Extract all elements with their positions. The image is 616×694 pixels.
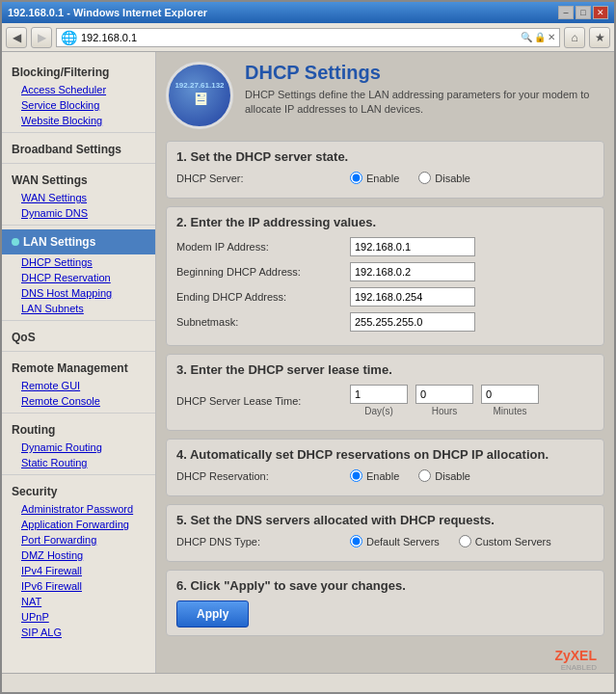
dhcp-reservation-label: DHCP Reservation: [176,470,350,482]
sidebar-item-service-blocking[interactable]: Service Blocking [2,97,155,113]
enable-radio[interactable] [350,172,362,184]
beginning-dhcp-row: Beginning DHCP Address: [176,262,594,281]
maximize-button[interactable]: □ [576,6,591,19]
ending-dhcp-label: Ending DHCP Address: [176,291,350,303]
lease-days-input[interactable] [350,385,408,404]
sidebar-item-ipv6-firewall[interactable]: IPv6 Firewall [2,578,155,594]
page-icon: 192.27.61.132 🖥 [166,62,233,129]
sidebar-item-dhcp-reservation[interactable]: DHCP Reservation [2,270,155,285]
sidebar-item-nat[interactable]: NAT [2,594,155,609]
sidebar-item-dmz-hosting[interactable]: DMZ Hosting [2,547,155,563]
title-bar: 192.168.0.1 - Windows Internet Explorer … [2,2,614,23]
sidebar-section-remote: Remote Management [2,356,155,378]
address-icons: 🔍 🔒 ✕ [521,32,555,42]
lease-hours-input[interactable] [415,385,473,404]
s4-disable-radio[interactable] [418,469,431,482]
sidebar-item-dynamic-dns[interactable]: Dynamic DNS [2,205,155,221]
section5-title: 5. Set the DNS servers allocated with DH… [176,513,594,527]
sidebar-item-website-blocking[interactable]: Website Blocking [2,113,155,128]
s4-enable-radio[interactable] [350,469,362,482]
sidebar-item-upnp[interactable]: UPnP [2,609,155,625]
sidebar-item-port-forwarding[interactable]: Port Forwarding [2,532,155,547]
beginning-dhcp-label: Beginning DHCP Address: [176,266,350,278]
s4-disable-label: Disable [435,470,470,482]
sidebar: Blocking/Filtering Access Scheduler Serv… [2,52,156,673]
dns-type-row: DHCP DNS Type: Default Servers Custom Se… [176,535,594,547]
sidebar-item-app-forwarding[interactable]: Application Forwarding [2,517,155,532]
sidebar-item-dynamic-routing[interactable]: Dynamic Routing [2,440,155,455]
section-apply: 6. Click "Apply" to save your changes. A… [166,570,604,636]
subnetmask-label: Subnetmask: [176,316,350,328]
sidebar-item-static-routing[interactable]: Static Routing [2,455,155,470]
disable-radio[interactable] [418,172,431,184]
favorites-button[interactable]: ★ [589,27,610,48]
page-title: DHCP Settings [245,62,604,84]
page-header: 192.27.61.132 🖥 DHCP Settings DHCP Setti… [166,62,604,129]
address-bar: 🌐 🔍 🔒 ✕ [56,28,560,47]
custom-servers-label[interactable]: Custom Servers [459,535,551,547]
lease-minutes-col: Minutes [481,385,539,416]
apply-button[interactable]: Apply [176,601,249,627]
ending-dhcp-input[interactable] [350,287,475,307]
address-input[interactable] [81,32,521,43]
sidebar-section-qos: QoS [2,325,155,347]
beginning-dhcp-input[interactable] [350,262,475,281]
section-dhcp-reservation: 4. Automatically set DHCP reservations o… [166,439,604,496]
lease-hours-col: Hours [415,385,473,416]
dhcp-server-row: DHCP Server: Enable Disable [176,172,594,184]
section-dns-servers: 5. Set the DNS servers allocated with DH… [166,504,604,562]
disable-radio-label[interactable]: Disable [418,172,470,184]
section6-title: 6. Click "Apply" to save your changes. [176,578,594,593]
back-button[interactable]: ◀ [6,27,27,48]
section-lease-time: 3. Enter the DHCP server lease time. DHC… [166,354,604,431]
section1-title: 1. Set the DHCP server state. [176,149,594,164]
modem-ip-input[interactable] [350,237,475,256]
sidebar-item-remote-console[interactable]: Remote Console [2,393,155,409]
lease-hours-label: Hours [432,406,458,416]
window-title: 192.168.0.1 - Windows Internet Explorer [8,7,207,18]
s4-enable-label: Enable [366,470,399,482]
enable-radio-label[interactable]: Enable [350,172,399,184]
search-icon: 🔍 [521,32,532,42]
s4-disable-radio-label[interactable]: Disable [418,469,470,482]
lease-days-label: Day(s) [364,406,392,416]
sidebar-item-sip-alg[interactable]: SIP ALG [2,625,155,640]
status-bar [2,673,614,692]
sidebar-item-lan-subnets[interactable]: LAN Subnets [2,301,155,316]
s4-enable-radio-label[interactable]: Enable [350,469,399,482]
subnetmask-input[interactable] [350,312,475,332]
custom-servers-radio[interactable] [459,535,471,547]
subnetmask-row: Subnetmask: [176,312,594,332]
close-button[interactable]: ✕ [593,6,608,19]
sidebar-section-security: Security [2,479,155,501]
close-nav-icon: ✕ [548,32,555,42]
lan-settings-label: LAN Settings [23,235,95,249]
modem-ip-row: Modem IP Address: [176,237,594,256]
dhcp-reservation-row: DHCP Reservation: Enable Disable [176,469,594,482]
dns-type-radio-group: Default Servers Custom Servers [350,535,551,547]
default-servers-label[interactable]: Default Servers [350,535,440,547]
sidebar-item-access-scheduler[interactable]: Access Scheduler [2,82,155,97]
sidebar-item-admin-password[interactable]: Administrator Password [2,501,155,517]
lease-minutes-input[interactable] [481,385,539,404]
default-servers-text: Default Servers [366,536,440,547]
lock-icon: 🔒 [534,32,546,42]
sidebar-item-lan-settings[interactable]: LAN Settings [2,229,155,254]
window-controls: – □ ✕ [558,6,608,19]
content-area: 192.27.61.132 🖥 DHCP Settings DHCP Setti… [156,52,614,673]
sidebar-item-wan-settings[interactable]: WAN Settings [2,190,155,205]
sidebar-item-remote-gui[interactable]: Remote GUI [2,378,155,393]
zyxel-logo: ZyXEL ENABLED [554,648,597,672]
zyxel-branding: ZyXEL ENABLED [166,644,604,673]
sidebar-item-dns-host-mapping[interactable]: DNS Host Mapping [2,285,155,301]
minimize-button[interactable]: – [558,6,574,19]
dhcp-reservation-radio-group: Enable Disable [350,469,470,482]
sidebar-item-ipv4-firewall[interactable]: IPv4 Firewall [2,563,155,578]
sidebar-item-dhcp-settings[interactable]: DHCP Settings [2,254,155,270]
zyxel-enabled: ENABLED [554,663,597,672]
home-button[interactable]: ⌂ [564,27,585,48]
section-dhcp-state: 1. Set the DHCP server state. DHCP Serve… [166,141,604,199]
default-servers-radio[interactable] [350,535,362,547]
zyxel-name: ZyXEL [554,648,597,663]
forward-button[interactable]: ▶ [31,27,52,48]
